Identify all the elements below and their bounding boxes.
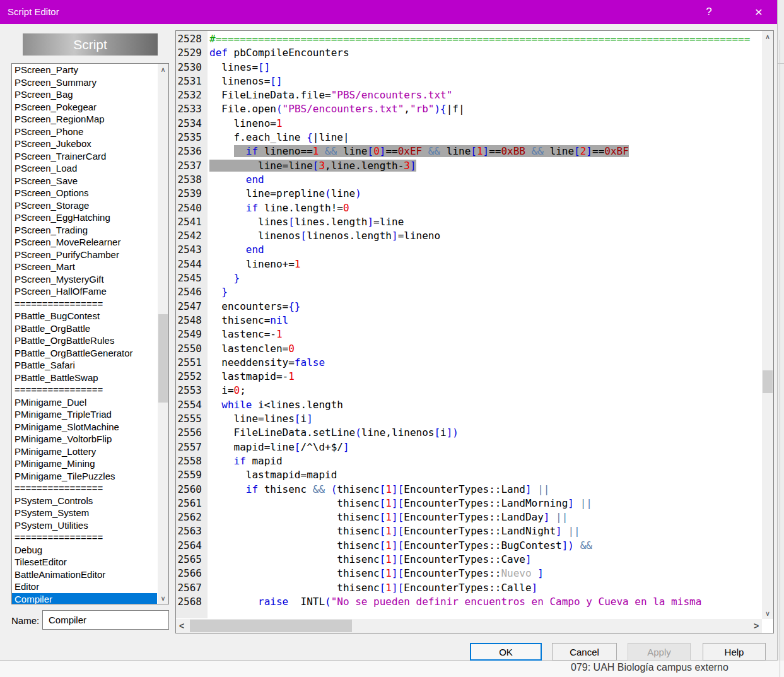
code-line[interactable]: 2550 lastenclen=0 xyxy=(176,342,747,356)
help-button[interactable]: ? xyxy=(695,0,723,24)
script-list-item[interactable]: PScreen_Storage xyxy=(12,199,157,212)
code-line[interactable]: 2565 thisenc[1][EncounterTypes::Cave] xyxy=(176,553,747,567)
script-list-separator[interactable]: ================ xyxy=(12,482,157,495)
code-line[interactable]: 2561 thisenc[1][EncounterTypes::LandMorn… xyxy=(176,497,747,510)
script-list-item[interactable]: PMinigame_Lottery xyxy=(12,445,157,458)
code-line[interactable]: 2547 encounters={} xyxy=(176,300,747,314)
script-list-item[interactable]: PScreen_Jukebox xyxy=(12,138,157,150)
code-line[interactable]: 2540 if line.length!=0 xyxy=(176,201,747,215)
script-list-item[interactable]: PScreen_Trading xyxy=(12,224,157,237)
code-line[interactable]: 2560 if thisenc && (thisenc[1][Encounter… xyxy=(176,483,747,497)
scroll-down-icon[interactable]: ∨ xyxy=(158,592,168,604)
script-list-item[interactable]: PBattle_OrgBattleGenerator xyxy=(12,347,157,360)
code-line[interactable]: 2539 line=prepline(line) xyxy=(176,187,747,201)
apply-button[interactable]: Apply xyxy=(628,643,691,661)
script-list-item[interactable]: PScreen_Party xyxy=(12,64,157,76)
code-line[interactable]: 2548 thisenc=nil xyxy=(176,314,747,327)
scroll-down-icon[interactable]: ∨ xyxy=(762,608,773,619)
code-line[interactable]: 2541 lines[lines.length]=line xyxy=(176,215,747,229)
script-list-item[interactable]: PScreen_Save xyxy=(12,175,157,187)
code-line[interactable]: 2555 line=lines[i] xyxy=(176,412,747,426)
script-list-item[interactable]: PScreen_MysteryGift xyxy=(12,273,157,286)
scroll-up-icon[interactable]: ∧ xyxy=(762,31,773,42)
scroll-right-icon[interactable]: > xyxy=(751,619,762,633)
code-line[interactable]: 2563 thisenc[1][EncounterTypes::LandNigh… xyxy=(176,524,747,538)
script-list-item[interactable]: PScreen_Options xyxy=(12,187,157,199)
script-list[interactable]: PScreen_PartyPScreen_SummaryPScreen_BagP… xyxy=(11,63,169,604)
scrollbar-thumb[interactable] xyxy=(190,620,352,632)
code-editor[interactable]: 2528#===================================… xyxy=(175,30,774,633)
script-list-separator[interactable]: ================ xyxy=(12,384,157,396)
code-area[interactable]: 2528#===================================… xyxy=(176,32,747,609)
script-list-item[interactable]: PSystem_Controls xyxy=(12,495,157,507)
code-line[interactable]: 2554 while i<lines.length xyxy=(176,398,747,412)
close-button[interactable]: × xyxy=(740,0,777,24)
script-list-item[interactable]: Debug xyxy=(12,544,157,556)
script-list-item[interactable]: PScreen_Mart xyxy=(12,261,157,273)
code-line[interactable]: 2568 raise INTL("No se pueden definir en… xyxy=(176,595,747,609)
code-line[interactable]: 2545 } xyxy=(176,271,747,285)
script-list-item[interactable]: PSystem_System xyxy=(12,507,157,519)
code-line[interactable]: 2534 lineno=1 xyxy=(176,117,747,131)
code-line[interactable]: 2536 if lineno==1 && line[0]==0xEF && li… xyxy=(176,144,747,158)
code-line[interactable]: 2533 File.open("PBS/encounters.txt","rb"… xyxy=(176,102,747,116)
code-line[interactable]: 2538 end xyxy=(176,173,747,187)
script-list-item[interactable]: PScreen_TrainerCard xyxy=(12,150,157,163)
script-list-item[interactable]: PScreen_MoveRelearner xyxy=(12,236,157,249)
script-list-item[interactable]: PScreen_EggHatching xyxy=(12,211,157,224)
script-list-item[interactable]: PScreen_Pokegear xyxy=(12,101,157,114)
script-name-input[interactable] xyxy=(42,610,169,630)
script-list-item[interactable]: PMinigame_Mining xyxy=(12,457,157,470)
scrollbar-thumb[interactable] xyxy=(763,370,773,393)
script-list-item[interactable]: Compiler xyxy=(12,593,157,605)
code-line[interactable]: 2542 linenos[linenos.length]=lineno xyxy=(176,229,747,243)
code-line[interactable]: 2530 lines=[] xyxy=(176,61,747,74)
code-line[interactable]: 2552 lastmapid=-1 xyxy=(176,370,747,384)
script-list-item[interactable]: PMinigame_TilePuzzles xyxy=(12,470,157,483)
script-list-item[interactable]: PScreen_HallOfFame xyxy=(12,285,157,298)
code-vertical-scrollbar[interactable]: ∧ ∨ xyxy=(762,31,773,619)
script-list-item[interactable]: PScreen_PurifyChamber xyxy=(12,249,157,261)
script-list-item[interactable]: PBattle_BugContest xyxy=(12,310,157,322)
scrollbar-thumb[interactable] xyxy=(158,314,168,403)
code-line[interactable]: 2567 thisenc[1][EncounterTypes::Calle] xyxy=(176,581,747,595)
cancel-button[interactable]: Cancel xyxy=(552,643,617,661)
code-line[interactable]: 2546 } xyxy=(176,285,747,299)
script-list-item[interactable]: PBattle_BattleSwap xyxy=(12,372,157,384)
script-list-item[interactable]: TilesetEditor xyxy=(12,556,157,568)
script-list-item[interactable]: PMinigame_VoltorbFlip xyxy=(12,433,157,445)
code-line[interactable]: 2528#===================================… xyxy=(176,32,747,46)
code-line[interactable]: 2564 thisenc[1][EncounterTypes::BugConte… xyxy=(176,539,747,553)
script-list-item[interactable]: PBattle_OrgBattle xyxy=(12,322,157,335)
script-list-item[interactable]: PBattle_Safari xyxy=(12,359,157,372)
code-line[interactable]: 2553 i=0; xyxy=(176,384,747,397)
code-line[interactable]: 2543 end xyxy=(176,243,747,257)
script-list-item[interactable]: PMinigame_Duel xyxy=(12,396,157,409)
script-list-separator[interactable]: ================ xyxy=(12,298,157,310)
code-line[interactable]: 2562 thisenc[1][EncounterTypes::LandDay]… xyxy=(176,510,747,524)
code-line[interactable]: 2558 if mapid xyxy=(176,454,747,468)
code-line[interactable]: 2531 linenos=[] xyxy=(176,74,747,88)
script-list-item[interactable]: PScreen_Bag xyxy=(12,88,157,101)
code-horizontal-scrollbar[interactable]: < > xyxy=(176,619,762,633)
code-line[interactable]: 2566 thisenc[1][EncounterTypes::Nuevo ] xyxy=(176,567,747,580)
title-bar[interactable]: Script Editor ? × xyxy=(0,0,777,24)
script-list-item[interactable]: PScreen_RegionMap xyxy=(12,113,157,126)
script-list-item[interactable]: PMinigame_SlotMachine xyxy=(12,421,157,433)
code-line[interactable]: 2556 FileLineData.setLine(line,linenos[i… xyxy=(176,426,747,440)
script-list-item[interactable]: PScreen_Phone xyxy=(12,126,157,138)
code-line[interactable]: 2532 FileLineData.file="PBS/encounters.t… xyxy=(176,88,747,102)
code-line[interactable]: 2551 needdensity=false xyxy=(176,356,747,370)
script-list-item[interactable]: PScreen_Load xyxy=(12,162,157,175)
script-list-item[interactable]: PMinigame_TripleTriad xyxy=(12,408,157,421)
scroll-left-icon[interactable]: < xyxy=(176,619,187,633)
code-line[interactable]: 2544 lineno+=1 xyxy=(176,257,747,271)
code-line[interactable]: 2557 mapid=line[/^\d+$/] xyxy=(176,440,747,454)
ok-button[interactable]: OK xyxy=(470,643,542,661)
scroll-up-icon[interactable]: ∧ xyxy=(158,64,168,75)
code-line[interactable]: 2549 lastenc=-1 xyxy=(176,327,747,341)
script-list-item[interactable]: PBattle_OrgBattleRules xyxy=(12,334,157,347)
help-button-bottom[interactable]: Help xyxy=(703,643,766,661)
code-line[interactable]: 2529def pbCompileEncounters xyxy=(176,46,747,60)
script-list-item[interactable]: PScreen_Summary xyxy=(12,76,157,89)
